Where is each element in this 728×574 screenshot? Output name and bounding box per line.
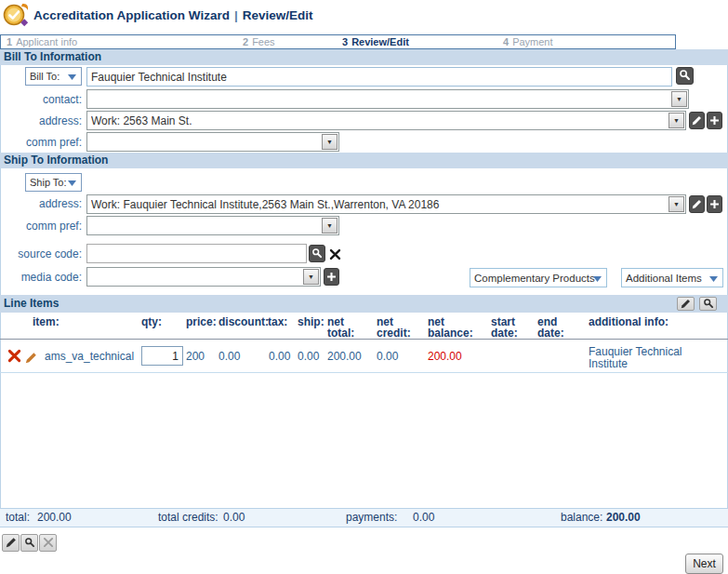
- step-payment[interactable]: 4Payment: [503, 35, 553, 48]
- chevron-down-icon[interactable]: ▼: [671, 91, 687, 107]
- step-review-edit[interactable]: 3Review/Edit: [342, 35, 409, 48]
- source-code-clear-button[interactable]: [329, 247, 341, 264]
- cell-discount: 0.00: [218, 351, 265, 363]
- media-code-select[interactable]: ▼: [86, 267, 321, 287]
- pencil-icon: [6, 535, 17, 552]
- source-code-label: source code:: [0, 247, 82, 260]
- plus-icon: [709, 196, 720, 213]
- ship-address-add-button[interactable]: [707, 195, 722, 213]
- chevron-down-icon: [68, 71, 76, 82]
- media-code-add-button[interactable]: [324, 268, 339, 286]
- search-icon: [311, 246, 323, 262]
- search-icon: [24, 535, 35, 552]
- total-credits-value: 0.00: [223, 509, 245, 527]
- col-header-ship: ship:: [298, 316, 327, 327]
- bill-to-name-input[interactable]: [86, 67, 672, 87]
- plus-icon: [326, 269, 337, 286]
- payments-value: 0.00: [413, 509, 434, 527]
- row-edit-button[interactable]: [25, 351, 37, 367]
- wizard-title: Accreditation Application Wizard: [33, 8, 230, 22]
- cell-price: 200: [186, 351, 223, 363]
- line-items-section-header: Line Items: [0, 295, 728, 313]
- ship-comm-pref-select[interactable]: ▼: [86, 216, 339, 235]
- clear-x-icon: [329, 247, 341, 263]
- balance-value: 200.00: [606, 509, 641, 527]
- chevron-down-icon: [68, 177, 76, 188]
- bill-address-select[interactable]: Work: 2563 Main St. ▼: [86, 111, 686, 130]
- cell-tax: 0.00: [269, 351, 297, 363]
- additional-items-dropdown[interactable]: Additional Items: [621, 268, 723, 287]
- bill-address-label: address:: [0, 114, 82, 127]
- complementary-products-dropdown[interactable]: Complementary Products: [470, 268, 607, 287]
- bill-comm-pref-select[interactable]: ▼: [86, 132, 339, 152]
- pencil-icon: [25, 351, 37, 367]
- col-header-additional-info: additional info:: [589, 316, 695, 327]
- bill-to-selector[interactable]: Bill To:: [25, 67, 82, 86]
- cell-additional-info: Fauquier Technical Institute: [589, 346, 693, 370]
- total-value: 200.00: [37, 509, 72, 527]
- ship-comm-pref-label: comm pref:: [0, 220, 82, 233]
- media-code-label: media code:: [0, 271, 82, 284]
- bill-to-search-button[interactable]: [676, 67, 694, 85]
- col-header-qty: qty:: [141, 316, 179, 327]
- chevron-down-icon[interactable]: ▼: [303, 269, 319, 285]
- cell-net-credit: 0.00: [377, 351, 417, 363]
- next-button[interactable]: Next: [685, 554, 723, 574]
- pencil-icon: [692, 113, 702, 129]
- ship-to-selector[interactable]: Ship To:: [25, 173, 82, 192]
- total-credits-label: total credits:: [158, 509, 218, 527]
- wizard-page: Accreditation Application Wizard|Review/…: [0, 0, 728, 574]
- ship-address-edit-button[interactable]: [689, 195, 705, 213]
- step-fees[interactable]: 2Fees: [243, 35, 275, 48]
- source-code-input[interactable]: [86, 244, 307, 263]
- cell-net-total: 200.00: [327, 351, 372, 363]
- wizard-step-title: Review/Edit: [243, 8, 313, 22]
- cell-ship: 0.00: [298, 351, 327, 363]
- table-header-divider: [0, 339, 728, 340]
- col-header-tax: tax:: [268, 316, 296, 327]
- footer-edit-button[interactable]: [2, 534, 20, 552]
- chevron-down-icon: [709, 273, 718, 284]
- chevron-down-icon[interactable]: ▼: [668, 196, 684, 212]
- col-header-start-date: start date:: [491, 316, 526, 339]
- pencil-icon: [692, 196, 702, 213]
- chevron-down-icon[interactable]: ▼: [322, 134, 338, 150]
- col-header-net-total: net total:: [327, 316, 361, 339]
- col-header-discount: discount:: [218, 316, 270, 327]
- bill-address-edit-button[interactable]: [689, 112, 705, 129]
- col-header-item: item:: [33, 316, 121, 327]
- bill-to-section-header: Bill To Information: [0, 49, 728, 65]
- balance-label: balance:: [561, 509, 602, 527]
- row-delete-button[interactable]: [7, 349, 21, 367]
- cell-net-balance: 200.00: [428, 351, 480, 363]
- ship-address-select[interactable]: Work: Fauquier Technical Institute,2563 …: [86, 194, 686, 214]
- cell-item: ams_va_technical: [45, 351, 138, 363]
- row-divider: [0, 372, 728, 373]
- wizard-step-bar: 1Applicant info 2Fees 3Review/Edit 4Paym…: [0, 34, 676, 49]
- pencil-icon: [681, 296, 691, 313]
- footer-delete-button-disabled: [39, 534, 57, 552]
- line-items-search-button[interactable]: [699, 297, 717, 311]
- contact-label: contact:: [0, 93, 82, 106]
- footer-search-button[interactable]: [20, 534, 38, 552]
- col-header-net-balance: net balance:: [428, 316, 480, 339]
- bill-address-add-button[interactable]: [707, 112, 722, 129]
- chevron-down-icon: [593, 273, 602, 284]
- title-separator: |: [230, 8, 243, 22]
- col-header-net-credit: net credit:: [377, 316, 417, 339]
- line-items-edit-button[interactable]: [677, 297, 695, 311]
- chevron-down-icon[interactable]: ▼: [322, 218, 338, 234]
- contact-select[interactable]: ▼: [86, 89, 689, 109]
- wizard-logo-icon: [3, 2, 31, 33]
- totals-bar: total: 200.00 total credits: 0.00 paymen…: [0, 508, 728, 527]
- chevron-down-icon[interactable]: ▼: [668, 113, 684, 128]
- ship-to-section-header: Ship To Information: [0, 153, 728, 168]
- source-code-search-button[interactable]: [309, 245, 325, 262]
- search-icon: [703, 296, 714, 313]
- disabled-x-icon: [43, 535, 54, 552]
- cell-qty-input[interactable]: [141, 346, 183, 366]
- plus-icon: [709, 113, 720, 129]
- search-icon: [679, 68, 691, 85]
- payments-label: payments:: [346, 509, 397, 527]
- step-applicant-info[interactable]: 1Applicant info: [7, 35, 77, 48]
